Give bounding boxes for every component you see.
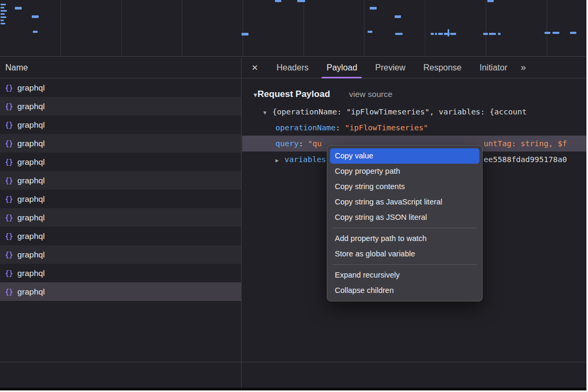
tab-preview[interactable]: Preview	[366, 57, 414, 78]
json-icon: {}	[5, 288, 13, 296]
request-row[interactable]: {}graphql	[0, 153, 241, 171]
request-row[interactable]: {}graphql	[0, 245, 241, 264]
overview-bar	[450, 33, 456, 35]
request-payload-section: ▾ Request Payload view source	[242, 78, 586, 104]
menu-item-copy-js-literal[interactable]: Copy string as JavaScript literal	[327, 194, 482, 210]
request-row[interactable]: {}graphql	[0, 115, 241, 134]
menu-item-collapse-children[interactable]: Collapse children	[327, 283, 482, 298]
request-row[interactable]: {}graphql	[0, 134, 241, 153]
tab-headers[interactable]: Headers	[268, 57, 317, 78]
overview-bar	[32, 15, 39, 18]
devtools-window: Name {}graphql {}graphql {}graphql {}gra…	[0, 0, 586, 390]
json-icon: {}	[5, 269, 13, 278]
overview-bar	[1, 23, 5, 24]
request-name: graphql	[17, 194, 45, 204]
request-list: {}graphql {}graphql {}graphql {}graphql …	[0, 78, 241, 301]
network-overview[interactable]	[0, 0, 586, 57]
request-name: graphql	[17, 176, 45, 185]
overview-bar	[395, 15, 401, 18]
request-row[interactable]: {}graphql	[0, 78, 241, 97]
tree-row-root[interactable]: ▼{operationName: "ipFlowTimeseries", var…	[242, 104, 586, 120]
status-bar-divider	[0, 362, 586, 362]
more-tabs-icon[interactable]: »	[521, 62, 526, 73]
request-name: graphql	[17, 269, 45, 278]
menu-item-copy-string-contents[interactable]: Copy string contents	[327, 179, 482, 194]
menu-item-copy-value[interactable]: Copy value	[330, 148, 479, 164]
tab-initiator[interactable]: Initiator	[470, 57, 516, 78]
json-icon: {}	[5, 102, 13, 111]
menu-separator	[333, 228, 477, 228]
section-disclosure-icon[interactable]: ▾	[254, 91, 257, 99]
property-value: "ipFlowTimeseries"	[345, 123, 428, 132]
overview-bar	[1, 10, 7, 12]
collapse-triangle-icon[interactable]: ▼	[263, 105, 272, 120]
overview-bar	[1, 4, 6, 5]
property-value-start: "qu	[308, 139, 322, 148]
overview-bar	[242, 33, 248, 35]
overview-gridline	[121, 0, 122, 56]
json-icon: {}	[5, 158, 13, 166]
overview-bar	[448, 29, 449, 37]
menu-separator	[333, 264, 477, 265]
root-preview: {operationName: "ipFlowTimeseries", vari…	[272, 108, 527, 116]
json-icon: {}	[5, 121, 13, 129]
request-row[interactable]: {}graphql	[0, 227, 241, 245]
menu-item-expand-recursively[interactable]: Expand recursively	[327, 268, 482, 283]
overview-bar	[395, 33, 403, 35]
overview-bar	[15, 7, 22, 10]
overview-gridline	[182, 0, 182, 56]
request-name: graphql	[17, 231, 45, 241]
menu-item-copy-property-path[interactable]: Copy property path	[327, 164, 482, 179]
property-value-end: untTag: string, $f	[484, 136, 567, 152]
request-row[interactable]: {}graphql	[0, 190, 241, 208]
request-row-selected[interactable]: {}graphql	[0, 282, 241, 301]
menu-item-store-global[interactable]: Store as global variable	[327, 246, 482, 262]
name-column-header[interactable]: Name	[0, 57, 241, 78]
overview-bar	[489, 33, 496, 35]
detail-tabbar: ✕ Headers Payload Preview Response Initi…	[242, 57, 586, 78]
view-source-link[interactable]: view source	[349, 90, 393, 99]
tab-payload[interactable]: Payload	[317, 57, 366, 78]
requests-panel: Name {}graphql {}graphql {}graphql {}gra…	[0, 57, 242, 390]
menu-item-copy-json-literal[interactable]: Copy string as JSON literal	[327, 210, 482, 225]
request-row[interactable]: {}graphql	[0, 171, 241, 190]
overview-bar	[435, 33, 437, 35]
json-icon: {}	[5, 195, 13, 203]
overview-gridline	[304, 0, 304, 56]
request-row[interactable]: {}graphql	[0, 208, 241, 227]
overview-bar	[570, 32, 576, 34]
context-menu: Copy value Copy property path Copy strin…	[327, 145, 483, 301]
request-name: graphql	[17, 102, 45, 111]
overview-bar	[498, 33, 501, 35]
overview-gridline	[364, 0, 364, 56]
overview-bar	[297, 0, 305, 2]
close-icon[interactable]: ✕	[242, 63, 268, 73]
request-row[interactable]: {}graphql	[0, 264, 241, 282]
json-icon: {}	[5, 176, 13, 185]
json-icon: {}	[5, 232, 13, 240]
request-row[interactable]: {}graphql	[0, 97, 241, 115]
expand-triangle-icon[interactable]: ▶	[275, 153, 284, 167]
overview-bar	[1, 20, 4, 21]
overview-bar	[431, 33, 434, 35]
tree-row-operation-name[interactable]: operationName: "ipFlowTimeseries"	[242, 120, 586, 136]
overview-bar	[545, 32, 550, 34]
menu-item-add-watch[interactable]: Add property path to watch	[327, 231, 482, 246]
tab-response[interactable]: Response	[414, 57, 470, 78]
request-name: graphql	[17, 157, 45, 167]
request-name: graphql	[17, 250, 45, 260]
json-icon: {}	[5, 139, 13, 148]
property-key: variables	[284, 155, 326, 164]
overview-bar	[1, 7, 4, 8]
request-name: graphql	[17, 83, 45, 93]
overview-bar	[553, 32, 559, 34]
overview-bar	[1, 13, 5, 15]
overview-bar	[368, 31, 372, 33]
variables-visible-end: ee5588fdad995178a0	[484, 152, 567, 167]
overview-gridline	[60, 0, 61, 56]
overview-bar	[487, 0, 494, 2]
window-bottom-edge	[0, 388, 586, 390]
json-icon: {}	[5, 84, 13, 92]
json-icon: {}	[5, 251, 13, 259]
request-name: graphql	[17, 287, 45, 297]
